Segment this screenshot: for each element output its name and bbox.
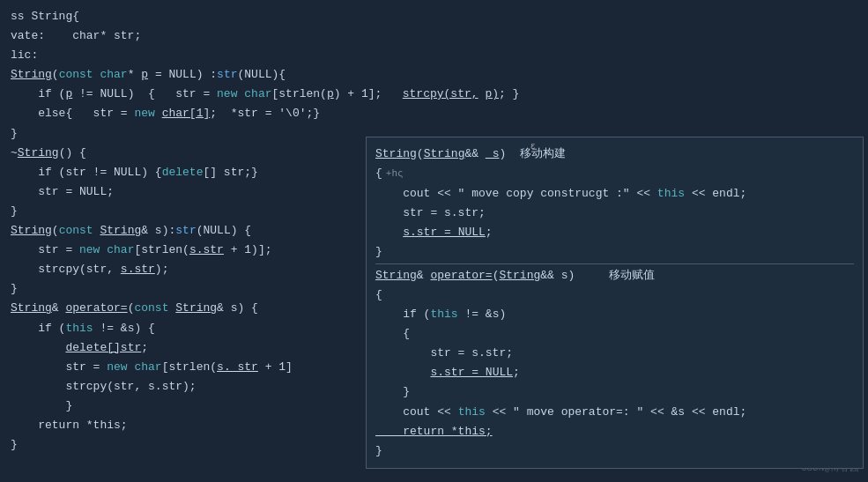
code-line-1: ss String{ — [11, 7, 857, 26]
popup-line-16: } — [375, 441, 854, 461]
popup-line-14: cout << this << " move operator=: " << &… — [375, 403, 854, 422]
popup-line-8: { — [375, 285, 854, 305]
popup-line-15: return *this; — [375, 422, 854, 441]
code-line-6: else{ str = new char[1]; *str = '\0';} — [11, 104, 857, 123]
popup-line-4: str = s.str; — [375, 204, 854, 223]
code-line-5: if (p != NULL) { str = new char[strlen(p… — [11, 85, 857, 104]
popup-line-13: } — [375, 382, 854, 402]
popup-line-3: cout << " move copy construcgt :" << thi… — [375, 184, 854, 204]
popup-line-11: str = s.str; — [375, 344, 854, 363]
code-line-4: String(const char* p = NULL) :str(NULL){ — [11, 65, 857, 85]
popup-line-1: String(String&& _s) 移动构建ε — [375, 143, 854, 164]
code-line-2: vate: char* str; — [11, 26, 857, 46]
popup-line-7: String& operator=(String&& s) 移动赋值 — [375, 266, 854, 285]
section-divider — [375, 263, 854, 264]
popup-line-2: {+hς — [375, 164, 854, 183]
popup-line-5: s.str = NULL; — [375, 223, 854, 242]
code-line-3: lic: — [11, 46, 857, 65]
code-editor: ss String{ vate: char* str; lic: String(… — [0, 0, 868, 482]
popup-code-overlay: String(String&& _s) 移动构建ε {+hς cout << "… — [366, 137, 864, 469]
popup-line-9: if (this != &s) — [375, 305, 854, 324]
popup-line-6: } — [375, 242, 854, 262]
popup-line-10: { — [375, 324, 854, 344]
popup-line-12: s.str = NULL; — [375, 363, 854, 382]
